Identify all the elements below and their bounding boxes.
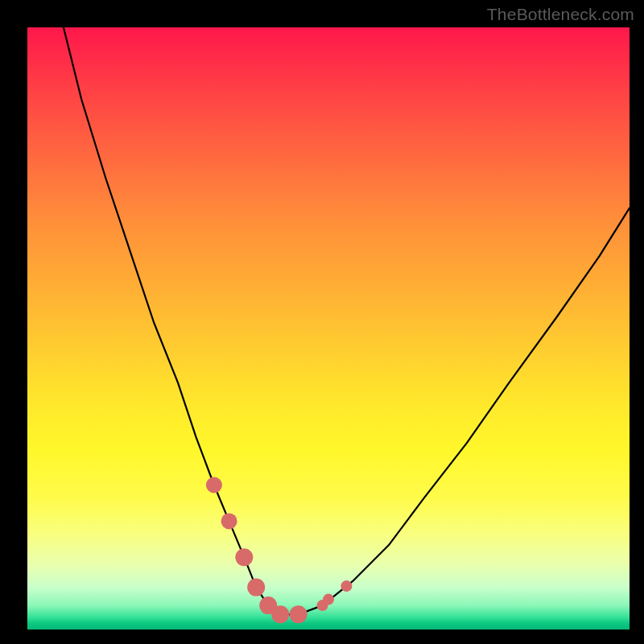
svg-point-3 [247, 579, 265, 597]
svg-point-1 [221, 513, 237, 529]
curve-line [64, 27, 630, 614]
svg-point-0 [206, 477, 222, 493]
watermark-text: TheBottleneck.com [487, 5, 634, 24]
curve-markers [206, 477, 353, 624]
svg-point-8 [323, 594, 334, 605]
chart-svg [27, 27, 630, 630]
svg-point-9 [341, 580, 352, 592]
svg-point-6 [290, 605, 308, 623]
svg-point-5 [271, 605, 289, 623]
svg-point-2 [235, 548, 253, 566]
chart-frame: TheBottleneck.com [0, 0, 644, 644]
